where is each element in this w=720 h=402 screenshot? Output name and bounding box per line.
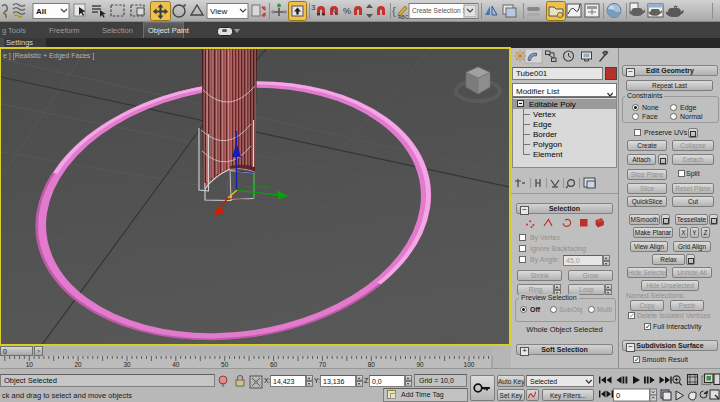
svg-text:50: 50 [221,361,229,368]
svg-text:All: All [36,7,46,16]
svg-text:70: 70 [319,361,327,368]
svg-text:0: 0 [616,391,620,400]
svg-text:{: { [392,5,396,17]
svg-text:80: 80 [368,361,376,368]
svg-text:20: 20 [74,361,82,368]
svg-text:%: % [343,6,351,16]
svg-text:e ] [Realistic + Edged Faces ]: e ] [Realistic + Edged Faces ] [3,52,94,60]
svg-text:Create Selection Se: Create Selection Se [412,7,471,14]
svg-text:View: View [210,7,227,16]
svg-text:40: 40 [172,361,180,368]
svg-text:100: 100 [464,361,475,368]
svg-text:90: 90 [416,361,424,368]
svg-text:10: 10 [26,361,34,368]
svg-text:ABC: ABC [398,14,409,20]
svg-text:3: 3 [311,3,316,12]
svg-text:30: 30 [123,361,131,368]
svg-text:60: 60 [270,361,278,368]
